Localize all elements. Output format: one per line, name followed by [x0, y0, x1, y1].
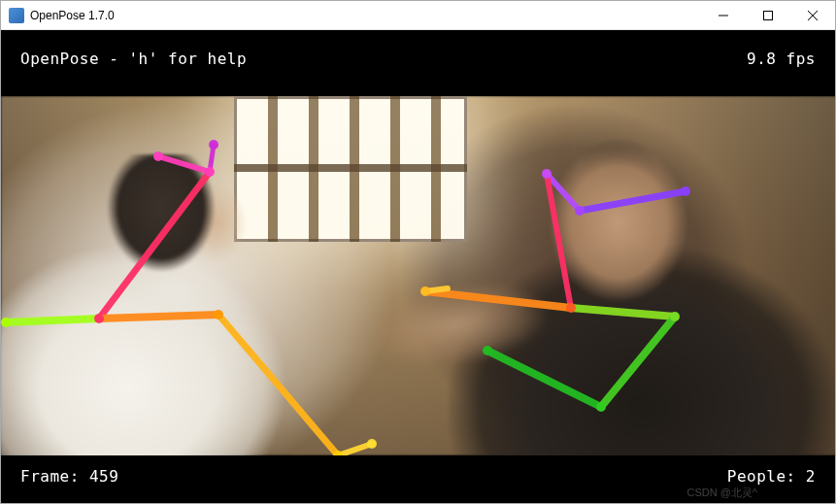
- video-frame: [1, 96, 835, 455]
- watermark-text: CSDN @北灵^: [686, 486, 757, 500]
- hud-frame: Frame: 459: [20, 467, 118, 486]
- hud-fps: 9.8 fps: [747, 50, 816, 68]
- app-icon: [9, 8, 24, 23]
- video-viewport: OpenPose - 'h' for help 9.8 fps Frame: 4…: [1, 30, 835, 503]
- person-left-silhouette: [1, 154, 331, 455]
- minimize-button[interactable]: [701, 1, 746, 29]
- maximize-button[interactable]: [746, 1, 790, 29]
- app-window: OpenPose 1.7.0 OpenPose - 'h' for help 9…: [0, 0, 836, 504]
- svg-rect-1: [764, 11, 773, 19]
- close-button[interactable]: [790, 1, 835, 29]
- window-title: OpenPose 1.7.0: [30, 9, 701, 22]
- minimize-icon: [719, 11, 728, 20]
- close-icon: [808, 11, 818, 20]
- window-controls: [701, 1, 835, 29]
- titlebar[interactable]: OpenPose 1.7.0: [1, 1, 835, 30]
- hud-people: People: 2: [727, 467, 816, 486]
- hud-help-text: OpenPose - 'h' for help: [20, 50, 247, 68]
- maximize-icon: [763, 11, 773, 20]
